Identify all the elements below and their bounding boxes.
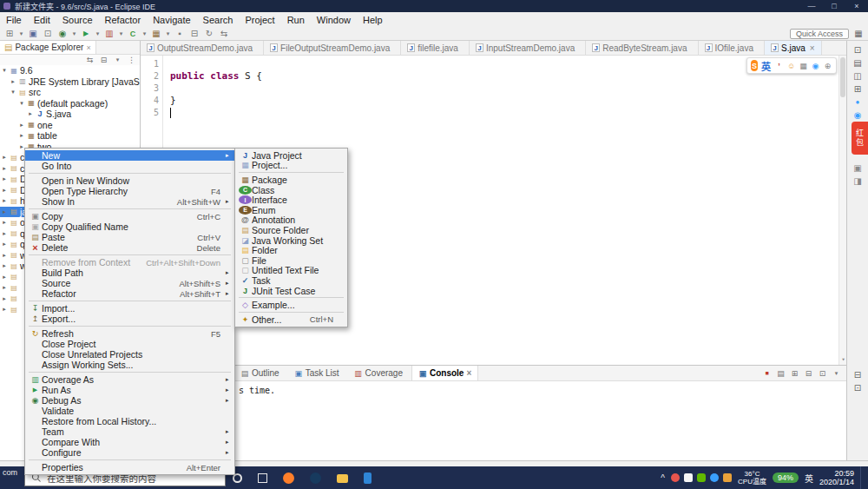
explorer-toolbar-icon[interactable]: ⋮ — [127, 56, 136, 65]
submenu-item[interactable]: @ Annotation — [235, 215, 347, 226]
context-menu-item[interactable]: Properties Alt+Enter — [25, 462, 234, 472]
context-menu-item[interactable]: Source Alt+Shift+S — [25, 278, 234, 288]
sogou-logo-icon[interactable]: S — [751, 60, 758, 71]
console-toolbar-icon[interactable]: ▾ — [832, 368, 841, 378]
context-menu-item[interactable]: Refactor Alt+Shift+T — [25, 288, 234, 299]
submenu-item[interactable]: ▤ Folder — [235, 245, 347, 255]
minimize-button[interactable]: — — [800, 0, 823, 12]
firefox-icon[interactable] — [283, 472, 294, 484]
expand-arrow-icon[interactable]: ▸ — [1, 187, 8, 194]
menubar-item[interactable]: Edit — [28, 15, 56, 25]
sidebar-icon[interactable]: ▤ — [851, 57, 865, 69]
submenu-item[interactable]: J JUnit Test Case — [235, 286, 347, 296]
tray-icon[interactable] — [671, 473, 680, 482]
menubar-item[interactable]: Help — [357, 15, 389, 25]
console-toolbar-icon[interactable]: ▤ — [776, 368, 786, 378]
expand-arrow-icon[interactable]: ▸ — [1, 262, 8, 269]
tree-item[interactable]: ▾ ▦ 9.6 — [0, 65, 140, 76]
expand-arrow-icon[interactable]: ▸ — [1, 219, 8, 226]
toolbar-icon[interactable]: ◉ — [56, 28, 69, 39]
expand-arrow-icon[interactable]: ▸ — [27, 110, 34, 117]
editor-tab[interactable]: J OutputStreamDemo.java — [141, 41, 264, 55]
expand-arrow-icon[interactable]: ▸ — [1, 208, 8, 215]
editor-tab[interactable]: J FileOutputStreamDemo.java — [264, 41, 401, 55]
submenu-item[interactable]: ▦ Project... — [235, 161, 347, 171]
context-menu-item[interactable]: Configure — [25, 447, 234, 458]
context-menu-item[interactable]: ▣ Copy Ctrl+C — [25, 211, 234, 221]
tray-icon[interactable] — [684, 473, 693, 482]
context-menu-item[interactable]: Close Project — [25, 339, 234, 349]
sidebar-icon[interactable]: ⊡ — [851, 44, 865, 56]
quick-access-box[interactable]: Quick Access — [790, 29, 849, 39]
menubar-item[interactable]: Source — [56, 15, 99, 25]
toolbar-icon[interactable]: ▾ — [141, 28, 148, 39]
context-menu-item[interactable]: Open Type Hierarchy F4 — [25, 186, 234, 196]
tree-item[interactable]: ▸ ▦ table — [0, 130, 140, 142]
context-menu-item[interactable]: ▣ Copy Qualified Name — [25, 221, 234, 232]
console-toolbar-icon[interactable]: ⊞ — [790, 368, 799, 378]
submenu-item[interactable]: E Enum — [235, 205, 347, 215]
ime-tool-icon[interactable]: ’ — [774, 61, 784, 70]
submenu-item[interactable]: I Interface — [235, 195, 347, 205]
submenu-item[interactable]: ▦ Package — [235, 175, 347, 185]
context-menu-item[interactable]: Open in New Window — [25, 175, 234, 186]
toolbar-icon[interactable]: ⊞ — [3, 28, 16, 39]
context-menu-item[interactable]: ↧ Import... — [25, 303, 234, 314]
context-menu-item[interactable]: Close Unrelated Projects — [25, 349, 234, 360]
ime-tool-icon[interactable]: ◉ — [811, 61, 820, 70]
menubar-item[interactable]: Navigate — [147, 15, 196, 25]
expand-arrow-icon[interactable]: ▸ — [1, 154, 8, 161]
your-phone-icon[interactable] — [364, 472, 372, 484]
ime-language-indicator[interactable]: 英 — [805, 472, 813, 485]
file-explorer-icon[interactable] — [337, 474, 348, 483]
task-view-icon[interactable] — [258, 473, 267, 483]
editor-tab[interactable]: J ReadByteStream.java — [586, 41, 698, 55]
context-menu-item[interactable]: Build Path — [25, 268, 234, 278]
expand-arrow-icon[interactable]: ▾ — [1, 67, 8, 74]
submenu-item[interactable]: ✦ Other... Ctrl+N — [235, 314, 347, 325]
menubar-item[interactable]: Search — [197, 15, 240, 25]
view-tab[interactable]: ▣ Console × — [411, 366, 478, 380]
menubar-item[interactable]: Refactor — [99, 15, 148, 25]
context-menu-item[interactable]: ▤ Paste Ctrl+V — [25, 232, 234, 242]
toolbar-icon[interactable]: ▶ — [80, 28, 92, 39]
menubar-item[interactable]: Window — [311, 15, 357, 25]
toolbar-icon[interactable]: ▾ — [71, 28, 77, 39]
tree-item[interactable]: ▾ ▦ (default package) — [0, 98, 140, 109]
close-tab-icon[interactable]: × — [810, 43, 815, 53]
clock[interactable]: 20:59 2020/1/14 — [819, 469, 854, 487]
sidebar-icon[interactable]: ▣ — [851, 162, 865, 174]
submenu-item[interactable]: ▤ Source Folder — [235, 225, 347, 235]
toolbar-icon[interactable]: ▾ — [165, 28, 171, 39]
sidebar-icon[interactable]: ◫ — [851, 70, 865, 82]
package-explorer-tab[interactable]: ▤ Package Explorer × — [0, 41, 96, 54]
editor-tab[interactable]: J InputStreamDemo.java — [470, 41, 586, 55]
ime-tool-icon[interactable]: ▦ — [799, 61, 808, 70]
red-packet-badge[interactable]: 红包 — [852, 122, 868, 155]
sidebar-icon[interactable]: ◨ — [851, 175, 865, 187]
toolbar-icon[interactable]: ▦ — [150, 28, 162, 39]
sidebar-icon[interactable]: ⊡ — [851, 382, 865, 393]
tree-item[interactable]: ▾ ▤ src — [0, 87, 140, 98]
expand-arrow-icon[interactable]: ▸ — [1, 230, 8, 237]
context-menu-item[interactable]: Remove from Context Ctrl+Alt+Shift+Down — [25, 257, 234, 268]
context-menu-item[interactable]: Compare With — [25, 437, 234, 447]
close-view-icon[interactable]: × — [86, 43, 90, 52]
expand-arrow-icon[interactable]: ▸ — [1, 274, 8, 281]
tree-item[interactable]: ▸ J S.java — [0, 109, 140, 120]
close-button[interactable]: × — [845, 0, 868, 12]
toolbar-icon[interactable]: ↻ — [203, 28, 215, 39]
context-menu-item[interactable]: Team — [25, 426, 234, 437]
tree-item[interactable]: ▸ ▥ JRE System Library [JavaSE-1.8] — [0, 76, 140, 88]
menubar-item[interactable]: Project — [239, 15, 280, 25]
toolbar-icon[interactable]: ▾ — [18, 28, 24, 39]
tree-item[interactable]: ▸ ▦ one — [0, 120, 140, 131]
battery-indicator[interactable]: 94% — [773, 472, 799, 483]
submenu-item[interactable]: ◇ Example... — [235, 300, 347, 310]
edge-icon[interactable] — [310, 472, 321, 484]
console-toolbar-icon[interactable]: ⊡ — [818, 368, 827, 378]
ime-toolbar[interactable]: S 英 ’☺▦◉⊕ — [746, 57, 837, 74]
expand-arrow-icon[interactable]: ▾ — [18, 100, 25, 107]
view-tab[interactable]: ▥ Coverage — [348, 366, 411, 380]
toolbar-icon[interactable]: ▾ — [118, 28, 124, 39]
